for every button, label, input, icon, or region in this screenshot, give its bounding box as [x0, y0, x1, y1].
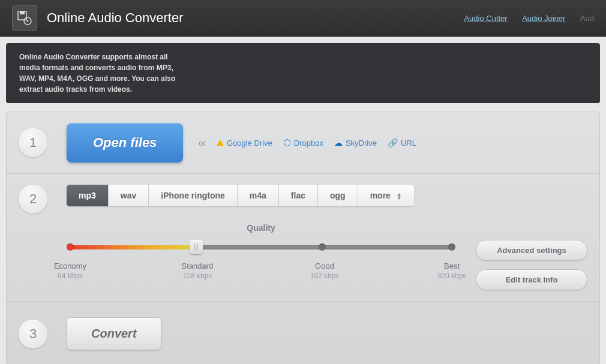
description-text: Online Audio Converter supports almost a…: [19, 52, 181, 95]
audio-cutter-link[interactable]: Audio Cutter: [464, 14, 507, 23]
slider-stop-good: [319, 243, 326, 251]
quality-block: Quality Economy 64 kbps: [67, 223, 455, 290]
svg-point-3: [27, 20, 29, 22]
quality-label: Quality: [67, 223, 455, 233]
app-title: Online Audio Converter: [47, 10, 452, 26]
step-3: 3 Convert: [7, 302, 599, 364]
scale-standard-rate: 128 kbps: [173, 272, 221, 280]
side-buttons: Advanced settings Edit track info: [476, 240, 587, 290]
link-icon: 🔗: [388, 138, 398, 148]
format-more-label: more: [370, 191, 391, 200]
dropbox-icon: ⬡: [283, 137, 291, 148]
format-tab-more[interactable]: more ▲▼: [358, 185, 414, 206]
step-2-number: 2: [19, 185, 47, 213]
skydrive-icon: ☁: [334, 138, 343, 148]
skydrive-label: SkyDrive: [346, 139, 377, 148]
scale-best-rate: 320 kbps: [428, 272, 476, 280]
scale-good-rate: 192 kbps: [301, 272, 349, 280]
scale-good-name: Good: [301, 261, 349, 270]
format-tab-m4a[interactable]: m4a: [238, 185, 279, 206]
scale-standard: Standard 128 kbps: [173, 261, 221, 280]
google-drive-label: Google Drive: [227, 139, 272, 148]
description-panel: Online Audio Converter supports almost a…: [6, 43, 600, 103]
scale-standard-name: Standard: [173, 261, 221, 270]
skydrive-link[interactable]: ☁ SkyDrive: [334, 138, 377, 148]
format-tab-ogg[interactable]: ogg: [318, 185, 358, 206]
dropbox-link[interactable]: ⬡ Dropbox: [283, 137, 323, 148]
step-3-number: 3: [19, 320, 47, 348]
header-links: Audio Cutter Audio Joiner Aud: [452, 13, 594, 23]
open-files-button[interactable]: Open files: [67, 123, 183, 163]
step-1-number: 1: [19, 128, 47, 157]
dropbox-label: Dropbox: [294, 139, 323, 148]
cutoff-link-text: Aud: [580, 14, 594, 23]
or-label: or: [199, 139, 206, 148]
scale-economy-rate: 64 kbps: [46, 272, 94, 280]
quality-scale: Economy 64 kbps Standard 128 kbps Good 1…: [46, 261, 476, 280]
convert-button[interactable]: Convert: [67, 317, 161, 350]
slider-handle[interactable]: [190, 240, 203, 254]
advanced-settings-button[interactable]: Advanced settings: [476, 240, 587, 261]
format-tab-mp3[interactable]: mp3: [67, 185, 109, 206]
quality-slider[interactable]: [70, 241, 452, 253]
edit-track-info-button[interactable]: Edit track info: [476, 269, 587, 290]
app-logo-icon: [12, 5, 37, 31]
format-tab-wav[interactable]: wav: [109, 185, 149, 206]
slider-fill: [70, 245, 196, 249]
format-tab-flac[interactable]: flac: [279, 185, 318, 206]
main-panel: 1 Open files or Google Drive ⬡ Dropbox ☁…: [6, 112, 600, 364]
scale-best-name: Best: [428, 261, 476, 270]
step-2: 2 mp3 wav iPhone ringtone m4a flac ogg m…: [7, 174, 599, 302]
format-tab-iphone-ringtone[interactable]: iPhone ringtone: [149, 185, 238, 206]
format-tabs: mp3 wav iPhone ringtone m4a flac ogg mor…: [67, 185, 414, 206]
slider-stop-economy: [67, 243, 74, 251]
svg-rect-1: [20, 11, 25, 14]
url-link[interactable]: 🔗 URL: [388, 138, 416, 148]
scale-economy: Economy 64 kbps: [46, 261, 94, 280]
scale-best: Best 320 kbps: [428, 261, 476, 280]
app-header: Online Audio Converter Audio Cutter Audi…: [0, 0, 606, 37]
step-1: 1 Open files or Google Drive ⬡ Dropbox ☁…: [7, 112, 599, 174]
slider-stop-best: [448, 243, 455, 251]
google-drive-link[interactable]: Google Drive: [217, 139, 272, 148]
url-label: URL: [401, 139, 416, 148]
audio-joiner-link[interactable]: Audio Joiner: [522, 14, 565, 23]
google-drive-icon: [217, 140, 224, 146]
scale-good: Good 192 kbps: [301, 261, 349, 280]
updown-arrows-icon: ▲▼: [397, 192, 402, 200]
scale-economy-name: Economy: [46, 261, 94, 270]
source-links: or Google Drive ⬡ Dropbox ☁ SkyDrive 🔗 U…: [199, 137, 416, 148]
